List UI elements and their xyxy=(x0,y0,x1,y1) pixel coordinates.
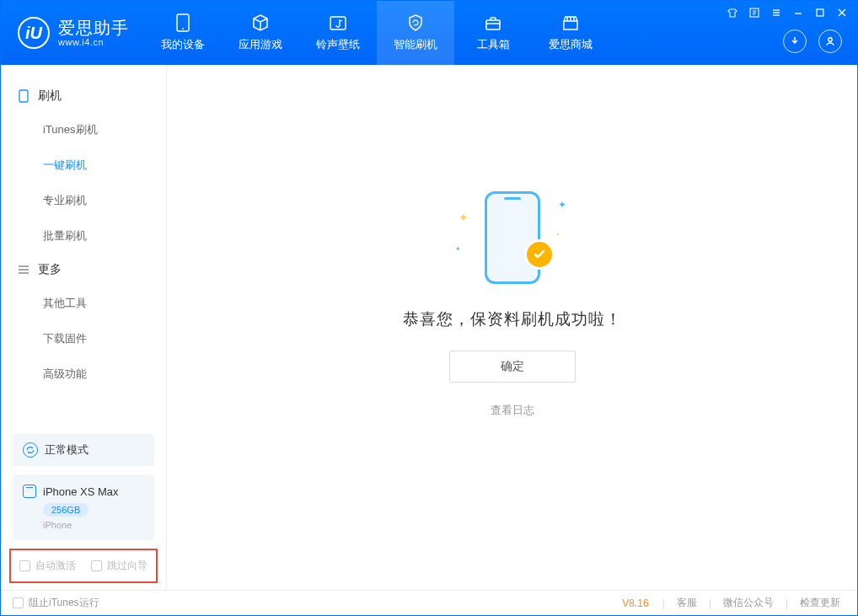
header-right-actions xyxy=(783,29,842,53)
section-title: 更多 xyxy=(38,262,62,277)
window-controls xyxy=(726,6,849,19)
shop-icon xyxy=(560,13,582,32)
checkbox-label: 阻止iTunes运行 xyxy=(29,596,99,610)
sidebar-item-itunes-flash[interactable]: iTunes刷机 xyxy=(1,112,166,147)
sidebar-item-pro-flash[interactable]: 专业刷机 xyxy=(1,183,166,218)
device-name: iPhone XS Max xyxy=(43,485,119,498)
device-icon xyxy=(18,90,29,102)
sidebar-section-more: 更多 xyxy=(1,254,166,286)
tab-apps-games[interactable]: 应用游戏 xyxy=(222,1,299,65)
phone-icon xyxy=(172,13,194,32)
tab-label: 我的设备 xyxy=(161,37,205,52)
logo-block: iU 爱思助手 www.i4.cn xyxy=(1,1,144,65)
footer: 阻止iTunes运行 V8.16 | 客服 | 微信公众号 | 检查更新 xyxy=(1,590,857,615)
menu-icon[interactable] xyxy=(770,6,783,19)
success-check-icon xyxy=(524,239,555,270)
close-button[interactable] xyxy=(835,6,849,19)
success-message: 恭喜您，保资料刷机成功啦！ xyxy=(403,308,622,330)
checkbox-skip-guide[interactable]: 跳过向导 xyxy=(91,559,147,573)
sparkle-icon: ✦ xyxy=(458,211,469,224)
sidebar: 刷机 iTunes刷机 一键刷机 专业刷机 批量刷机 更多 其他工具 下载固件 … xyxy=(1,65,167,590)
tab-label: 爱思商城 xyxy=(549,37,593,52)
svg-rect-2 xyxy=(330,17,346,29)
tab-label: 智能刷机 xyxy=(394,37,437,52)
view-log-link[interactable]: 查看日志 xyxy=(491,403,534,418)
svg-point-1 xyxy=(182,28,184,29)
svg-point-4 xyxy=(829,38,832,41)
minimize-button[interactable] xyxy=(791,6,805,19)
sync-icon xyxy=(23,442,38,458)
sparkle-icon: ✦ xyxy=(558,199,566,211)
tab-my-device[interactable]: 我的设备 xyxy=(144,1,222,65)
device-info-box[interactable]: iPhone XS Max 256GB iPhone xyxy=(13,474,154,540)
success-illustration: ✦ ✦ ✦ • xyxy=(453,187,571,288)
skin-icon[interactable] xyxy=(726,6,739,19)
checkbox-icon xyxy=(19,560,30,571)
phone-illustration-icon xyxy=(485,191,540,284)
phone-small-icon xyxy=(23,485,36,498)
tab-label: 铃声壁纸 xyxy=(316,37,360,52)
version-label: V8.16 xyxy=(622,597,648,609)
download-button[interactable] xyxy=(783,29,807,53)
tab-label: 应用游戏 xyxy=(239,37,282,52)
sparkle-icon: ✦ xyxy=(455,245,461,253)
toolbox-icon xyxy=(482,13,504,32)
cube-icon xyxy=(249,13,271,32)
sparkle-icon: • xyxy=(557,230,560,238)
checkbox-icon xyxy=(91,560,102,571)
feedback-icon[interactable] xyxy=(748,6,761,19)
footer-link-support[interactable]: 客服 xyxy=(672,596,702,610)
highlighted-options: 自动激活 跳过向导 xyxy=(9,549,158,583)
checkbox-block-itunes[interactable]: 阻止iTunes运行 xyxy=(13,596,99,610)
sidebar-item-advanced[interactable]: 高级功能 xyxy=(1,356,166,392)
account-button[interactable] xyxy=(818,29,842,53)
sidebar-section-flash: 刷机 xyxy=(1,80,166,112)
ok-button[interactable]: 确定 xyxy=(449,351,576,383)
list-icon xyxy=(18,264,29,276)
checkbox-label: 跳过向导 xyxy=(107,559,147,573)
section-title: 刷机 xyxy=(38,88,62,104)
footer-right: V8.16 | 客服 | 微信公众号 | 检查更新 xyxy=(622,596,845,610)
svg-rect-7 xyxy=(19,90,28,102)
device-type: iPhone xyxy=(43,520,144,530)
shield-refresh-icon xyxy=(405,13,426,32)
footer-link-update[interactable]: 检查更新 xyxy=(795,596,845,610)
svg-rect-6 xyxy=(817,9,823,16)
music-folder-icon xyxy=(327,13,349,32)
main-content: ✦ ✦ ✦ • 恭喜您，保资料刷机成功啦！ 确定 查看日志 xyxy=(167,65,857,590)
header: iU 爱思助手 www.i4.cn 我的设备 应用游戏 铃声壁纸 智能刷机 工具… xyxy=(1,1,857,65)
sidebar-item-other-tools[interactable]: 其他工具 xyxy=(1,286,166,321)
body: 刷机 iTunes刷机 一键刷机 专业刷机 批量刷机 更多 其他工具 下载固件 … xyxy=(1,65,857,590)
status-mode-label: 正常模式 xyxy=(45,442,88,458)
footer-link-wechat[interactable]: 微信公众号 xyxy=(718,596,779,610)
sidebar-item-batch-flash[interactable]: 批量刷机 xyxy=(1,218,166,254)
maximize-button[interactable] xyxy=(813,6,827,19)
tab-toolbox[interactable]: 工具箱 xyxy=(454,1,532,65)
logo-text: 爱思助手 www.i4.cn xyxy=(58,19,129,47)
svg-rect-3 xyxy=(486,20,500,29)
app-title: 爱思助手 xyxy=(58,19,129,37)
sidebar-item-download-firmware[interactable]: 下载固件 xyxy=(1,321,166,356)
app-subtitle: www.i4.cn xyxy=(58,37,129,47)
sidebar-item-oneclick-flash[interactable]: 一键刷机 xyxy=(1,147,166,183)
app-logo-icon: iU xyxy=(18,17,50,49)
status-mode-box[interactable]: 正常模式 xyxy=(13,434,154,466)
checkbox-label: 自动激活 xyxy=(35,559,76,573)
tab-label: 工具箱 xyxy=(477,37,510,52)
checkbox-auto-activate[interactable]: 自动激活 xyxy=(19,559,76,573)
tab-ringtones[interactable]: 铃声壁纸 xyxy=(299,1,377,65)
tab-store[interactable]: 爱思商城 xyxy=(532,1,609,65)
tab-smart-flash[interactable]: 智能刷机 xyxy=(377,1,454,65)
checkbox-icon xyxy=(13,597,24,608)
device-storage-badge: 256GB xyxy=(43,503,88,517)
